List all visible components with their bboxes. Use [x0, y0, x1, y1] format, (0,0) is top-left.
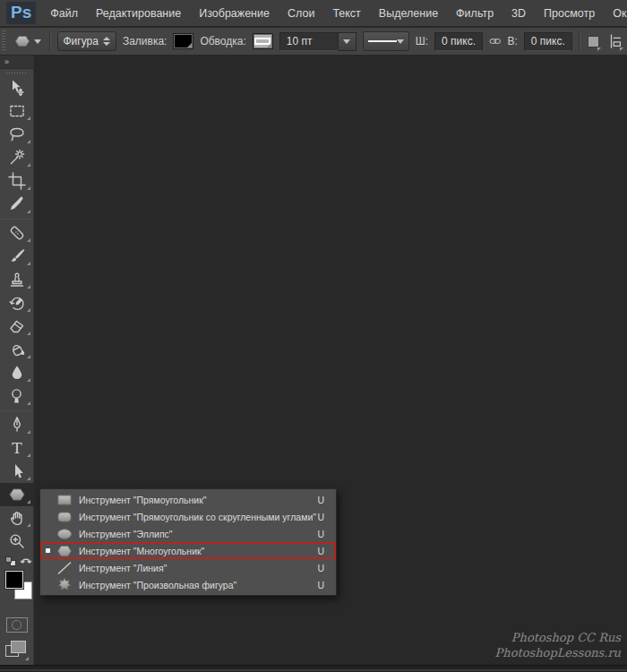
menu-layers[interactable]: Слои: [279, 0, 323, 27]
chevron-down-icon: [187, 43, 192, 47]
hand-icon: [8, 509, 26, 527]
tool-preset-picker[interactable]: [12, 30, 43, 52]
menu-image[interactable]: Изображение: [190, 0, 279, 27]
tool-move[interactable]: [0, 76, 34, 99]
foreground-color-swatch[interactable]: [5, 571, 23, 589]
polygon-tool-icon: [13, 32, 31, 50]
tool-lasso[interactable]: [0, 123, 34, 146]
flyout-item-shortcut: U: [317, 546, 336, 556]
flyout-item-rectangle-tool[interactable]: Инструмент "Прямоугольник" U: [40, 491, 336, 508]
tools-panel: »: [0, 56, 34, 665]
flyout-item-label: Инструмент "Прямоугольник": [79, 495, 207, 505]
tool-clone-stamp[interactable]: [0, 268, 34, 291]
flyout-item-label: Инструмент "Эллипс": [79, 529, 173, 539]
bandage-icon: [8, 224, 26, 242]
default-colors-controls: [0, 555, 33, 567]
fill-label: Заливка:: [123, 35, 167, 47]
svg-text:T: T: [12, 439, 22, 457]
line-icon: [56, 560, 74, 576]
path-alignment-button[interactable]: [607, 31, 623, 51]
tool-pen[interactable]: [0, 413, 34, 436]
flyout-item-shortcut: U: [317, 563, 336, 573]
spin-arrows-icon: [103, 37, 110, 46]
menu-filter[interactable]: Фильтр: [447, 0, 502, 27]
quick-mask-mode-button[interactable]: [6, 617, 28, 633]
flyout-item-shortcut: U: [317, 529, 336, 539]
tool-spot-healing-brush[interactable]: [0, 221, 34, 245]
watermark-line2: PhotoshopLessons.ru: [495, 645, 621, 660]
link-dimensions-icon[interactable]: [489, 35, 501, 47]
screen-mode-icon-front: [11, 641, 26, 653]
menu-type[interactable]: Текст: [323, 0, 369, 27]
tool-polygon-shape[interactable]: [0, 483, 34, 506]
tool-type[interactable]: T: [0, 436, 34, 460]
separator: [49, 30, 51, 52]
tool-blur[interactable]: [0, 361, 34, 384]
chevron-down-icon: [343, 39, 350, 44]
dodge-icon: [8, 387, 26, 405]
tool-path-selection[interactable]: [0, 460, 34, 483]
tool-crop[interactable]: [0, 169, 34, 193]
chevron-down-icon: [267, 43, 271, 47]
chevron-down-icon: [25, 657, 29, 660]
rectangle-icon: [56, 492, 74, 508]
stroke-width-dropdown-button[interactable]: [339, 32, 356, 51]
brush-icon: [8, 247, 26, 265]
stroke-width-input[interactable]: 10 пт: [279, 32, 339, 51]
flyout-item-shortcut: U: [317, 580, 336, 590]
options-grip-handle[interactable]: [2, 30, 5, 52]
tool-magic-wand[interactable]: [0, 146, 34, 169]
tool-hand[interactable]: [0, 506, 34, 530]
polygon-shape-icon: [8, 486, 26, 504]
width-label: Ш:: [416, 35, 428, 47]
menu-file[interactable]: Файл: [41, 0, 87, 27]
flyout-item-shortcut: U: [317, 512, 336, 522]
tool-dodge[interactable]: [0, 384, 34, 408]
flyout-item-shortcut: U: [317, 495, 336, 505]
tool-mode-select[interactable]: Фигура: [57, 31, 116, 51]
water-drop-icon: [8, 364, 26, 382]
window-bottom-edge: [0, 665, 627, 672]
flyout-item-label: Инструмент "Линия": [79, 563, 167, 573]
flyout-item-custom-shape-tool[interactable]: Инструмент "Произвольная фигура" U: [40, 576, 336, 593]
ellipse-icon: [56, 526, 74, 542]
tool-brush[interactable]: [0, 245, 34, 268]
custom-shape-icon: [56, 577, 74, 593]
stroke-color-swatch[interactable]: [253, 33, 273, 49]
flyout-item-rounded-rectangle-tool[interactable]: Инструмент "Прямоугольник со скругленным…: [40, 508, 336, 525]
color-wells: [0, 569, 33, 610]
collapse-panel-button[interactable]: »: [0, 56, 33, 69]
flyout-item-polygon-tool[interactable]: Инструмент "Многоугольник" U: [40, 542, 336, 559]
eyedropper-icon: [8, 195, 26, 213]
menu-view[interactable]: Просмотр: [535, 0, 604, 27]
fill-color-swatch[interactable]: [173, 33, 193, 49]
move-icon: [8, 79, 26, 97]
shape-height-input[interactable]: 0 пикс.: [524, 32, 572, 51]
flyout-item-line-tool[interactable]: Инструмент "Линия" U: [40, 559, 336, 576]
chevron-down-icon: [34, 39, 41, 44]
tool-history-brush[interactable]: [0, 291, 34, 314]
height-label: В:: [508, 35, 518, 47]
tool-rectangular-marquee[interactable]: [0, 99, 34, 123]
menu-3d[interactable]: 3D: [502, 0, 535, 27]
menu-select[interactable]: Выделение: [370, 0, 447, 27]
tool-eraser[interactable]: [0, 314, 34, 338]
swap-colors-icon[interactable]: [20, 555, 32, 565]
lasso-icon: [8, 125, 26, 143]
tool-eyedropper[interactable]: [0, 193, 34, 216]
flyout-item-ellipse-tool[interactable]: Инструмент "Эллипс" U: [40, 525, 336, 542]
stroke-style-dropdown[interactable]: [363, 31, 409, 51]
combine-shapes-icon: [588, 36, 599, 47]
screen-mode-button[interactable]: [5, 641, 29, 660]
photoshop-logo: Ps: [6, 2, 36, 24]
tool-zoom[interactable]: [0, 530, 34, 553]
menu-window[interactable]: Окно: [604, 0, 627, 27]
path-operations-button[interactable]: [587, 31, 601, 51]
chevron-down-icon: [397, 39, 404, 44]
tool-paint-bucket[interactable]: [0, 338, 34, 361]
shape-width-input[interactable]: 0 пикс.: [434, 32, 483, 51]
polygon-icon: [56, 543, 74, 559]
default-colors-icon[interactable]: [5, 556, 12, 563]
panel-grip-handle[interactable]: [0, 69, 33, 76]
menu-edit[interactable]: Редактирование: [87, 0, 190, 27]
